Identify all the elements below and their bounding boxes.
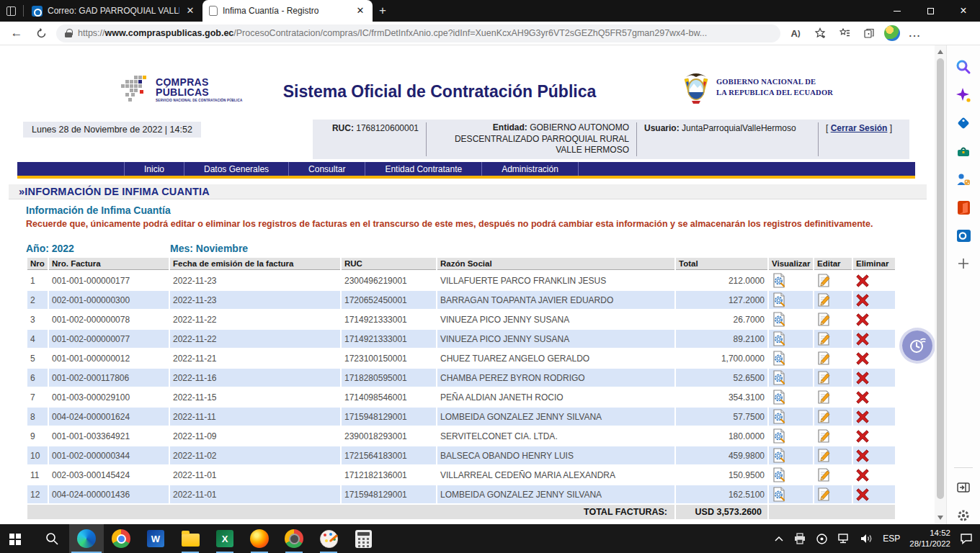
taskbar-search-button[interactable] xyxy=(35,524,69,553)
scroll-up-icon[interactable] xyxy=(937,50,943,54)
editar-icon[interactable] xyxy=(817,487,831,501)
taskbar-chrome-profile-button[interactable] xyxy=(277,524,311,553)
table-total-row: TOTAL FACTURAS: USD 3,573.2600 xyxy=(27,505,895,519)
eliminar-icon[interactable] xyxy=(856,294,869,307)
taskbar-calculator-button[interactable] xyxy=(346,524,380,553)
visualizar-icon[interactable] xyxy=(772,331,787,346)
eliminar-icon[interactable] xyxy=(856,372,869,385)
nav-item-datos-generales[interactable]: Datos Generales xyxy=(184,162,288,176)
eliminar-icon[interactable] xyxy=(856,313,869,326)
eliminar-icon[interactable] xyxy=(856,274,869,287)
editar-icon[interactable] xyxy=(817,468,831,482)
editar-icon[interactable] xyxy=(817,410,831,423)
taskbar-explorer-button[interactable] xyxy=(173,524,208,553)
taskbar-word-button[interactable]: W xyxy=(138,524,173,553)
tab-close-icon[interactable]: ✕ xyxy=(355,5,366,17)
visualizar-icon[interactable] xyxy=(772,370,787,385)
tab-actions-menu-icon[interactable] xyxy=(0,0,22,22)
address-bar[interactable]: https://www.compraspublicas.gob.ec/Proce… xyxy=(56,24,780,42)
sidebar-settings-gear-icon[interactable] xyxy=(955,507,972,524)
editar-icon[interactable] xyxy=(817,351,831,365)
nav-item-inicio[interactable]: Inicio xyxy=(124,162,184,176)
profile-avatar[interactable] xyxy=(884,25,900,41)
outlook-favicon-icon xyxy=(32,6,43,17)
visualizar-icon[interactable] xyxy=(772,467,787,482)
cell-nro: 12 xyxy=(27,485,48,503)
printer-icon[interactable] xyxy=(793,533,806,544)
nav-item-administracion[interactable]: Administración xyxy=(481,162,579,176)
taskbar-edge-button[interactable] xyxy=(69,524,104,553)
favorite-this-page-icon[interactable] xyxy=(811,24,829,42)
visualizar-icon[interactable] xyxy=(772,409,787,424)
sidebar-search-icon[interactable] xyxy=(955,58,972,76)
sidebar-office-icon[interactable] xyxy=(955,199,972,216)
visualizar-icon[interactable] xyxy=(772,487,787,502)
maximize-button[interactable] xyxy=(914,0,947,22)
settings-more-icon[interactable]: ... xyxy=(906,24,925,42)
visualizar-icon[interactable] xyxy=(772,312,787,327)
tab-close-icon[interactable]: ✕ xyxy=(184,5,196,17)
language-indicator[interactable]: ESP xyxy=(883,534,900,544)
logo-mosaic-icon xyxy=(121,76,153,104)
visualizar-icon[interactable] xyxy=(772,448,787,463)
meet-now-icon[interactable] xyxy=(816,533,828,545)
page-scrollbar[interactable] xyxy=(935,45,946,524)
editar-icon[interactable] xyxy=(817,449,831,462)
eliminar-icon[interactable] xyxy=(856,333,869,346)
eliminar-icon[interactable] xyxy=(856,391,869,404)
eliminar-icon[interactable] xyxy=(856,449,869,462)
read-aloud-icon[interactable]: A) xyxy=(786,24,805,42)
editar-icon[interactable] xyxy=(817,313,831,326)
scrollbar-thumb[interactable] xyxy=(937,58,944,499)
editar-icon[interactable] xyxy=(817,293,831,307)
tray-clock[interactable]: 14:52 28/11/2022 xyxy=(909,528,950,549)
editar-icon[interactable] xyxy=(817,332,831,346)
editar-icon[interactable] xyxy=(817,274,831,287)
taskbar-paint-button[interactable] xyxy=(311,524,346,553)
tab-infima-cuantia[interactable]: Infima Cuantía - Registro ✕ xyxy=(202,0,373,22)
editar-icon[interactable] xyxy=(817,429,831,443)
taskbar-excel-button[interactable]: X xyxy=(208,524,242,553)
sidebar-tools-icon[interactable] xyxy=(955,143,972,160)
sidebar-add-icon[interactable] xyxy=(955,255,972,272)
refresh-icon[interactable] xyxy=(32,24,50,42)
new-tab-button[interactable]: + xyxy=(373,1,393,21)
collections-icon[interactable] xyxy=(860,24,878,42)
visualizar-icon[interactable] xyxy=(772,390,787,405)
tray-chevron-icon[interactable] xyxy=(774,535,784,542)
editar-icon[interactable] xyxy=(817,371,831,385)
sidebar-shopping-icon[interactable] xyxy=(955,114,972,132)
cell-fecha: 2022-11-23 xyxy=(170,271,340,289)
action-center-icon[interactable] xyxy=(960,533,973,544)
eliminar-icon[interactable] xyxy=(856,469,869,482)
volume-icon[interactable] xyxy=(860,533,873,544)
sidebar-discover-icon[interactable] xyxy=(955,86,972,104)
nav-item-entidad-contratante[interactable]: Entidad Contratante xyxy=(365,162,481,176)
favorites-hub-icon[interactable] xyxy=(835,24,854,42)
floating-timer-widget[interactable] xyxy=(902,331,932,361)
table-row: 1 001-001-000000177 2022-11-23 230049621… xyxy=(27,271,895,289)
sidebar-games-icon[interactable] xyxy=(955,171,972,188)
eliminar-icon[interactable] xyxy=(856,488,869,501)
sidebar-customize-icon[interactable] xyxy=(955,479,972,496)
eliminar-icon[interactable] xyxy=(856,352,869,365)
eliminar-icon[interactable] xyxy=(856,410,869,423)
taskbar-chrome-button[interactable] xyxy=(104,524,138,553)
taskbar-firefox-button[interactable] xyxy=(242,524,277,553)
visualizar-icon[interactable] xyxy=(772,351,787,366)
start-button[interactable] xyxy=(0,524,35,553)
network-icon[interactable] xyxy=(837,533,850,544)
logout-link[interactable]: Cerrar Sesión xyxy=(831,123,888,133)
editar-icon[interactable] xyxy=(817,390,831,404)
back-icon[interactable]: ← xyxy=(7,24,26,42)
eliminar-icon[interactable] xyxy=(856,430,869,443)
minimize-button[interactable] xyxy=(881,0,914,22)
visualizar-icon[interactable] xyxy=(772,273,787,288)
tab-correo[interactable]: Correo: GAD PARROQUIAL VALLE ✕ xyxy=(25,0,202,22)
visualizar-icon[interactable] xyxy=(772,428,787,444)
visualizar-icon[interactable] xyxy=(772,292,787,307)
sidebar-outlook-icon[interactable] xyxy=(955,227,972,244)
nav-item-consultar[interactable]: Consultar xyxy=(288,162,365,176)
scroll-down-icon[interactable] xyxy=(937,516,943,520)
close-button[interactable]: × xyxy=(947,0,980,22)
